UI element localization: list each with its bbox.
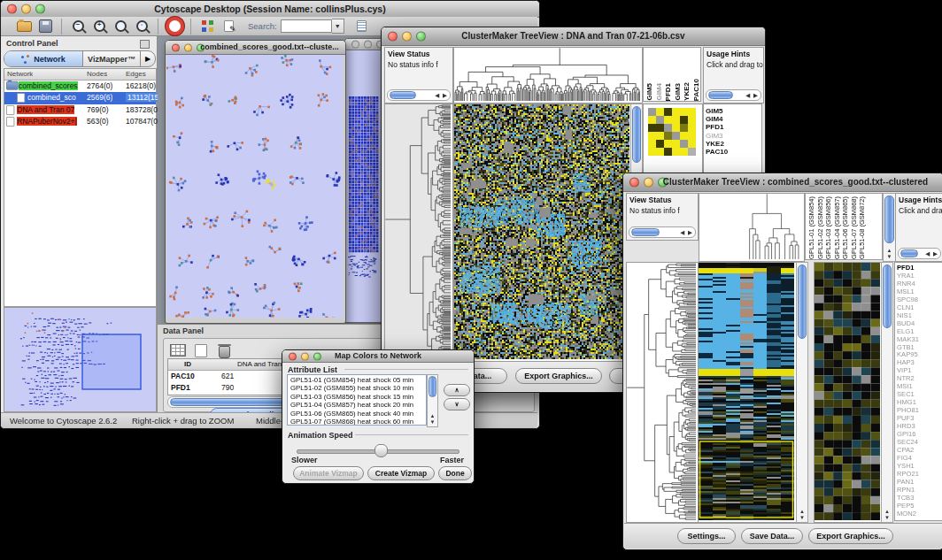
save-icon[interactable] <box>35 17 56 36</box>
column-label[interactable]: GPL51-04 (GSM857) <box>833 196 842 259</box>
network-window-titlebar[interactable]: combined_scores_good.txt--cluste... <box>166 41 345 55</box>
done-button[interactable]: Done <box>438 466 472 480</box>
column-label[interactable]: GPL51-01 (GSM854) <box>807 196 816 259</box>
gene-list-item[interactable]: PAC10 <box>704 148 761 156</box>
slider-thumb[interactable] <box>374 444 388 457</box>
attribute-list-vscrollbar[interactable]: ▲▼ <box>427 374 438 427</box>
tv1-row-dendrogram[interactable] <box>384 104 453 362</box>
attribute-browser-icon[interactable] <box>351 17 373 36</box>
column-dendrogram-canvas[interactable] <box>699 194 802 259</box>
export-graphics-button[interactable]: Export Graphics... <box>515 368 602 384</box>
column-label[interactable]: GPL51-03 (GSM856) <box>824 196 833 259</box>
gene-list-item[interactable]: YKE2 <box>704 140 761 148</box>
tv2-usage-hscrollbar[interactable]: ◀ ▶ <box>898 248 941 259</box>
attribute-item[interactable]: GPL51-03 (GSM856) heat shock 15 min <box>288 393 426 401</box>
network-row[interactable]: DNA and Tran 07 769(0) 183728(0) <box>4 104 156 116</box>
close-icon[interactable] <box>351 41 359 49</box>
tv2-status-hscrollbar[interactable]: ◀ ▶ <box>629 226 696 238</box>
gene-list-item[interactable]: MON2 <box>895 510 942 518</box>
column-label[interactable]: GPL51-06 (GSM865) <box>841 196 850 259</box>
dialog-titlebar[interactable]: Map Colors to Network <box>282 350 474 363</box>
close-icon[interactable] <box>172 43 180 51</box>
col-edges[interactable]: Edges <box>126 70 146 78</box>
dense-network-canvas[interactable] <box>345 50 383 321</box>
network-overview-canvas[interactable] <box>4 308 154 410</box>
gene-list-item[interactable]: GIM3 <box>704 132 761 140</box>
tv2-row-dendrogram[interactable] <box>626 262 699 523</box>
column-label[interactable]: GIM5 <box>645 83 655 101</box>
column-label[interactable]: YKE2 <box>683 82 692 101</box>
attribute-item[interactable]: GPL51-07 (GSM868) heat shock 60 min <box>288 418 426 426</box>
network-overview[interactable] <box>4 307 157 412</box>
minimize-icon[interactable] <box>402 32 412 42</box>
close-icon[interactable] <box>388 32 398 42</box>
tab-overflow-arrow[interactable]: ▶ <box>140 51 155 66</box>
tv1-titlebar[interactable]: ClusterMaker TreeView : DNA and Tran 07-… <box>382 27 765 46</box>
column-dendrogram-canvas[interactable] <box>454 48 640 101</box>
tv2-zoom-heatmap[interactable] <box>814 262 883 523</box>
animate-vizmap-button[interactable]: Animate Vizmap <box>293 466 364 480</box>
column-label[interactable]: PFD1 <box>664 83 674 101</box>
search-input[interactable] <box>281 19 332 33</box>
annotation-icon[interactable]: ✎ <box>218 17 239 36</box>
create-vizmap-button[interactable]: Create Vizmap <box>367 466 435 480</box>
animation-speed-slider[interactable] <box>297 444 458 456</box>
back-window-titlebar[interactable] <box>345 39 385 50</box>
close-icon[interactable] <box>7 4 17 14</box>
help-icon[interactable] <box>164 17 185 36</box>
delete-attribute-icon[interactable] <box>213 341 235 360</box>
attribute-item[interactable]: GPL51-01 (GSM854) heat shock 05 min <box>288 376 426 384</box>
minimize-icon[interactable] <box>644 178 653 188</box>
new-attribute-icon[interactable] <box>190 341 212 360</box>
move-down-button[interactable]: ∨ <box>444 398 470 410</box>
tab-network[interactable]: Network <box>4 51 83 66</box>
zoom-out-icon[interactable]: − <box>67 17 89 36</box>
network-canvas[interactable] <box>166 55 343 318</box>
settings-button[interactable]: Settings... <box>677 528 736 544</box>
col-network[interactable]: Network <box>7 70 33 78</box>
zoom-selected-icon[interactable] <box>110 17 131 36</box>
float-panel-icon[interactable] <box>140 40 150 49</box>
network-row[interactable]: combined_scores 2764(0) 16218(0) <box>4 81 156 92</box>
minimize-icon[interactable] <box>301 352 309 360</box>
similarity-matrix-canvas[interactable] <box>648 108 696 156</box>
gene-list-item[interactable]: GIM5 <box>704 107 761 115</box>
vizmap-icon[interactable] <box>197 17 218 36</box>
attribute-item[interactable]: GPL51-06 (GSM865) heat shock 40 min <box>288 410 426 418</box>
attribute-item[interactable]: GPL51-02 (GSM855) heat shock 10 min <box>288 384 426 392</box>
tv2-labels-vscrollbar[interactable]: ▲▼ <box>883 193 896 262</box>
column-label[interactable]: GPL51-02 (GSM855) <box>816 196 825 259</box>
network-row-selected[interactable]: combined_sco 2569(6) 13112(15) <box>4 92 156 104</box>
col-id[interactable]: ID <box>184 360 191 368</box>
open-file-icon[interactable] <box>13 17 35 36</box>
tv2-titlebar[interactable]: ClusterMaker TreeView : combined_scores_… <box>623 173 942 192</box>
network-row[interactable]: RNAPuberNov2+| 563(0) 107847(0) <box>4 116 156 127</box>
tv1-status-hscrollbar[interactable]: ◀ ▶ <box>387 89 451 101</box>
tv1-column-dendrogram[interactable] <box>453 47 643 104</box>
network-view-window[interactable]: combined_scores_good.txt--cluste... <box>165 40 346 324</box>
export-graphics-button[interactable]: Export Graphics... <box>808 528 893 544</box>
column-label[interactable]: GIM3 <box>674 83 683 101</box>
search-dropdown-icon[interactable]: ▼ <box>332 19 344 34</box>
column-label[interactable]: GPL51-07 (GSM868) <box>850 196 859 259</box>
row-dendrogram-canvas[interactable] <box>627 263 696 520</box>
tv2-zoom-vscrollbar[interactable]: ▲▼ <box>881 262 893 523</box>
attribute-item[interactable]: GPL51-04 (GSM857) heat shock 20 min <box>288 401 426 409</box>
window-controls[interactable] <box>351 41 384 49</box>
tv2-column-dendrogram[interactable] <box>699 193 805 262</box>
column-label[interactable]: PAC10 <box>692 79 702 101</box>
row-dendrogram-canvas[interactable] <box>385 104 451 359</box>
main-titlebar[interactable]: Cytoscape Desktop (Session Name: collins… <box>1 1 539 18</box>
minimize-icon[interactable] <box>21 4 31 14</box>
minimize-icon[interactable] <box>184 43 192 51</box>
window-controls[interactable] <box>289 352 321 360</box>
tv1-usage-hscrollbar[interactable]: ◀ ▶ <box>706 89 761 101</box>
column-label[interactable]: GPL51-08 (GSM872) <box>858 196 867 259</box>
move-up-button[interactable]: ∧ <box>444 384 470 396</box>
zoom-fit-icon[interactable]: ▫ <box>131 17 152 36</box>
gene-list-item[interactable]: GIM4 <box>704 115 761 123</box>
minimize-icon[interactable] <box>364 41 372 49</box>
heatmap-canvas[interactable] <box>699 263 794 520</box>
close-icon[interactable] <box>629 178 639 188</box>
zoom-heatmap-canvas[interactable] <box>815 263 880 520</box>
